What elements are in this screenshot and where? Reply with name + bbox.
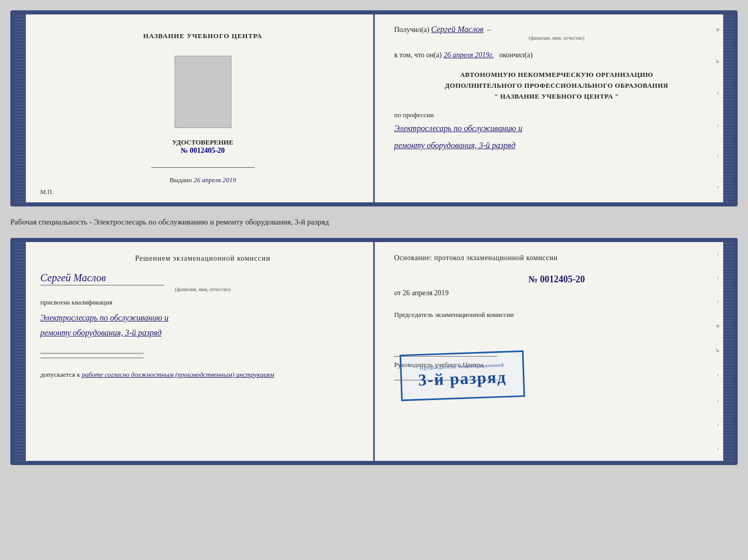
spine-left bbox=[14, 14, 26, 202]
cert1-number: № 0012405-20 bbox=[172, 147, 233, 155]
cert1-profession-line1: Электрослесарь по обслуживанию и bbox=[394, 121, 719, 136]
cert1-vydano-date: 26 апреля 2019 bbox=[194, 176, 236, 184]
sig-line-1 bbox=[40, 353, 144, 354]
edge-label-dash3: – bbox=[715, 186, 721, 188]
edge-label-a: ,а bbox=[715, 59, 721, 63]
edge2-label-dash2: – bbox=[715, 277, 721, 279]
cert2-predsedatel: Председатель экзаменационной комиссии bbox=[394, 310, 719, 320]
cert2-osnovanie: Основание: протокол экзаменационной коми… bbox=[394, 252, 719, 264]
cert2-stamp: Председатель экзаменационной 3-й разряд bbox=[400, 350, 525, 401]
cert1-org-line2: ДОПОЛНИТЕЛЬНОГО ПРОФЕССИОНАЛЬНОГО ОБРАЗО… bbox=[394, 81, 719, 91]
between-description: Рабочая специальность - Электрослесарь п… bbox=[10, 215, 738, 230]
edge2-label-dash3: – bbox=[715, 300, 721, 303]
stamp-main-text: 3-й разряд bbox=[418, 367, 507, 390]
cert1-po-professii: по профессии bbox=[394, 111, 719, 119]
cert1-vydano-row: Выдано 26 апреля 2019 bbox=[169, 176, 236, 184]
cert2-right-spine bbox=[723, 242, 734, 461]
cert1-poluchil-row: Получил(а) Сергей Маслов – (фамилия, имя… bbox=[394, 25, 719, 41]
cert2-right-page: Основание: протокол экзаменационной коми… bbox=[380, 242, 734, 461]
cert1-vtom-row: в том, что он(а) 26 апреля 2019г. окончи… bbox=[394, 51, 719, 59]
edge2-label-dash5: – bbox=[715, 424, 721, 426]
certificate-1: НАЗВАНИЕ УЧЕБНОГО ЦЕНТРА УДОСТОВЕРЕНИЕ №… bbox=[10, 10, 738, 206]
cert1-vydano-label: Выдано bbox=[169, 176, 192, 184]
cert2-dopuskaetsya: допускается к работе согласно должностны… bbox=[40, 371, 365, 379]
cert2-recipient-name: Сергей Маслов bbox=[40, 272, 365, 284]
cert1-org-line1: АВТОНОМНУЮ НЕКОММЕРЧЕСКУЮ ОРГАНИЗАЦИЮ bbox=[394, 70, 719, 81]
cert2-sig-lines bbox=[40, 349, 365, 362]
cert1-okanchil: окончил(а) bbox=[499, 51, 533, 59]
cert2-qual-line2: ремонту оборудования, 3-й разряд bbox=[40, 326, 365, 341]
cert1-recipient-name: Сергей Маслов bbox=[431, 25, 484, 34]
edge2-label-i: и bbox=[715, 325, 721, 327]
cert1-udost-label: УДОСТОВЕРЕНИЕ bbox=[172, 138, 233, 147]
cert2-number: № 0012405-20 bbox=[394, 274, 719, 285]
certificate-2: Решением экзаменационной комиссии Сергей… bbox=[10, 238, 738, 465]
cert1-right-edge: и ,а ← – – – bbox=[714, 14, 722, 202]
cert2-resheniem-title: Решением экзаменационной комиссии bbox=[40, 254, 365, 263]
spine-left-2 bbox=[14, 242, 26, 461]
cert1-fio-label: (фамилия, имя, отчество) bbox=[394, 35, 719, 41]
page-wrapper: НАЗВАНИЕ УЧЕБНОГО ЦЕНТРА УДОСТОВЕРЕНИЕ №… bbox=[10, 10, 738, 465]
cert2-right-edge: – – – и ,а ← – – – bbox=[714, 242, 722, 461]
sig-line-2 bbox=[40, 358, 144, 358]
cert2-ot-prefix: от bbox=[394, 289, 401, 297]
cert2-dopusk-label: допускается к bbox=[40, 371, 80, 378]
cert1-right-spine bbox=[723, 14, 734, 202]
cert2-dopusk-text: работе согласно должностным (производств… bbox=[82, 371, 274, 378]
cert2-prisvoyena: присвоена квалификация bbox=[40, 298, 365, 307]
edge2-label-dash6: – bbox=[715, 447, 721, 450]
cert1-training-center-title: НАЗВАНИЕ УЧЕБНОГО ЦЕНТРА bbox=[143, 32, 262, 40]
cert2-name-underline bbox=[40, 285, 164, 285]
cert1-course-date: 26 апреля 2019г. bbox=[444, 51, 494, 59]
photo-placeholder bbox=[175, 56, 231, 128]
edge2-label-a: ,а bbox=[715, 348, 721, 352]
cert2-fio-label: (фамилия, имя, отчество) bbox=[40, 286, 365, 292]
cert1-right-page: Получил(а) Сергей Маслов – (фамилия, имя… bbox=[380, 14, 734, 202]
cert1-mp: М.П. bbox=[40, 188, 53, 196]
cert1-udost-block: УДОСТОВЕРЕНИЕ № 0012405-20 bbox=[172, 138, 233, 155]
edge2-label-arrow: ← bbox=[715, 373, 721, 378]
edge2-label-dash1: – bbox=[715, 253, 721, 255]
cert1-poluchil-label: Получил(а) bbox=[394, 26, 429, 34]
cert1-divider-line bbox=[151, 167, 255, 168]
edge-label-dash2: – bbox=[715, 155, 721, 157]
cert2-qual-line1: Электрослесарь по обслуживанию и bbox=[40, 311, 365, 326]
cert2-date-value: 26 апреля 2019 bbox=[402, 289, 448, 297]
edge-label-dash1: – bbox=[715, 124, 721, 127]
edge-label-arrow: ← bbox=[715, 91, 721, 96]
cert2-ot-date: от 26 апреля 2019 bbox=[394, 289, 719, 297]
edge2-label-dash4: – bbox=[715, 400, 721, 403]
cert1-org-block: АВТОНОМНУЮ НЕКОММЕРЧЕСКУЮ ОРГАНИЗАЦИЮ ДО… bbox=[394, 70, 719, 102]
cert2-left-page: Решением экзаменационной комиссии Сергей… bbox=[26, 242, 380, 461]
edge-label-i: и bbox=[715, 28, 721, 31]
cert1-vtom-prefix: в том, что он(а) bbox=[394, 51, 442, 59]
cert1-org-line3: " НАЗВАНИЕ УЧЕБНОГО ЦЕНТРА " bbox=[394, 91, 719, 102]
cert1-left-page: НАЗВАНИЕ УЧЕБНОГО ЦЕНТРА УДОСТОВЕРЕНИЕ №… bbox=[26, 14, 380, 202]
cert1-profession-line2: ремонту оборудования, 3-й разряд bbox=[394, 138, 719, 153]
